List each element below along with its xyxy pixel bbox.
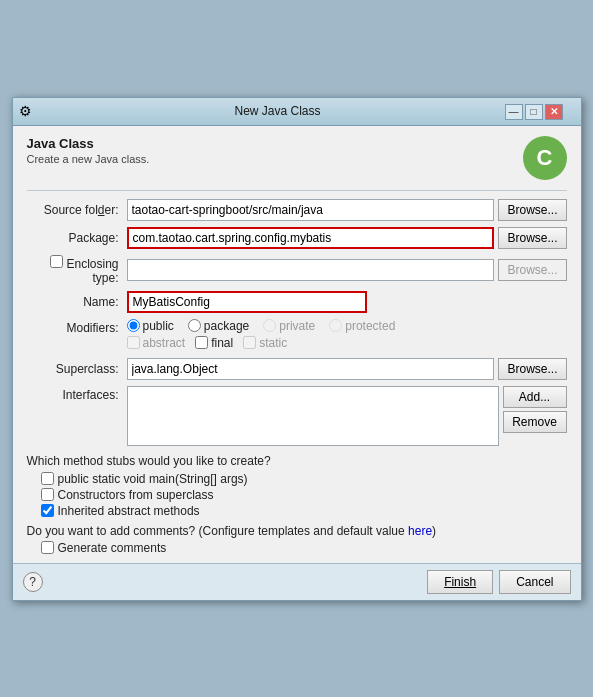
stub-inherited-item: Inherited abstract methods — [41, 504, 567, 518]
modifier-final-item[interactable]: final — [195, 336, 233, 350]
stub-constructors-item: Constructors from superclass — [41, 488, 567, 502]
modifier-static-item[interactable]: static — [243, 336, 287, 350]
window-icon: ⚙ — [19, 103, 35, 119]
modifier-public-item[interactable]: public — [127, 319, 174, 333]
modifier-package-item[interactable]: package — [188, 319, 249, 333]
interfaces-label: Interfaces: — [27, 386, 127, 402]
finish-label: Finish — [444, 575, 476, 589]
interfaces-listbox[interactable] — [127, 386, 499, 446]
stub-main-item: public static void main(String[] args) — [41, 472, 567, 486]
stub-constructors-label: Constructors from superclass — [58, 488, 214, 502]
name-row: Name: — [27, 291, 567, 313]
superclass-label: Superclass: — [27, 362, 127, 376]
modifier-abstract-checkbox[interactable] — [127, 336, 140, 349]
modifiers-row: Modifiers: public package private — [27, 319, 567, 350]
modifier-public-label: public — [143, 319, 174, 333]
package-browse-button[interactable]: Browse... — [498, 227, 566, 249]
superclass-input[interactable] — [127, 358, 495, 380]
enclosing-type-input[interactable] — [127, 259, 495, 281]
header-divider — [27, 190, 567, 191]
enclosing-type-browse-button[interactable]: Browse... — [498, 259, 566, 281]
modifier-package-label: package — [204, 319, 249, 333]
header-text: Java Class Create a new Java class. — [27, 136, 150, 165]
stub-main-checkbox[interactable] — [41, 472, 54, 485]
modifier-final-checkbox[interactable] — [195, 336, 208, 349]
modifier-private-radio[interactable] — [263, 319, 276, 332]
modifiers-content: public package private protected — [127, 319, 567, 350]
stub-inherited-label: Inherited abstract methods — [58, 504, 200, 518]
modifier-protected-item[interactable]: protected — [329, 319, 395, 333]
content-area: Java Class Create a new Java class. C So… — [13, 126, 581, 563]
source-folder-label: Source folder: — [27, 203, 127, 217]
spring-logo: C — [523, 136, 567, 180]
comments-prefix: Do you want to add comments? (Configure … — [27, 524, 409, 538]
modifier-private-item[interactable]: private — [263, 319, 315, 333]
modifier-static-checkbox[interactable] — [243, 336, 256, 349]
superclass-row: Superclass: Browse... — [27, 358, 567, 380]
modifier-package-radio[interactable] — [188, 319, 201, 332]
package-input[interactable] — [127, 227, 495, 249]
source-folder-row: Source folder: Browse... — [27, 199, 567, 221]
header-section: Java Class Create a new Java class. C — [27, 136, 567, 180]
source-folder-input[interactable] — [127, 199, 495, 221]
other-modifiers-row: abstract final static — [127, 336, 567, 350]
comments-suffix: ) — [432, 524, 436, 538]
title-bar: ⚙ New Java Class — □ ✕ — [13, 98, 581, 126]
stub-inherited-checkbox[interactable] — [41, 504, 54, 517]
generate-comments-checkbox[interactable] — [41, 541, 54, 554]
remove-interface-button[interactable]: Remove — [503, 411, 567, 433]
interfaces-buttons: Add... Remove — [503, 386, 567, 433]
enclosing-type-row: Enclosing type: Browse... — [27, 255, 567, 285]
modifier-abstract-item[interactable]: abstract — [127, 336, 186, 350]
enclosing-type-checkbox[interactable] — [50, 255, 63, 268]
method-stubs-section: public static void main(String[] args) C… — [41, 472, 567, 518]
access-modifiers-row: public package private protected — [127, 319, 567, 333]
minimize-button[interactable]: — — [505, 104, 523, 120]
maximize-button[interactable]: □ — [525, 104, 543, 120]
name-input[interactable] — [127, 291, 367, 313]
source-folder-browse-button[interactable]: Browse... — [498, 199, 566, 221]
modifier-private-label: private — [279, 319, 315, 333]
superclass-browse-button[interactable]: Browse... — [498, 358, 566, 380]
help-button[interactable]: ? — [23, 572, 43, 592]
generate-comments-label: Generate comments — [58, 541, 167, 555]
main-window: ⚙ New Java Class — □ ✕ Java Class Create… — [12, 97, 582, 601]
comments-link[interactable]: here — [408, 524, 432, 538]
bottom-buttons: Finish Cancel — [427, 570, 570, 594]
modifier-protected-radio[interactable] — [329, 319, 342, 332]
method-stubs-question: Which method stubs would you like to cre… — [27, 454, 567, 468]
enclosing-type-label: Enclosing type: — [27, 255, 127, 285]
comments-question: Do you want to add comments? (Configure … — [27, 524, 567, 538]
modifier-abstract-label: abstract — [143, 336, 186, 350]
finish-button[interactable]: Finish — [427, 570, 493, 594]
window-title: New Java Class — [41, 104, 515, 118]
modifiers-label: Modifiers: — [27, 319, 127, 335]
generate-comment-row: Generate comments — [41, 541, 567, 555]
window-controls: — □ ✕ — [505, 104, 563, 120]
modifier-public-radio[interactable] — [127, 319, 140, 332]
section-subtitle: Create a new Java class. — [27, 153, 150, 165]
section-title: Java Class — [27, 136, 150, 151]
close-button[interactable]: ✕ — [545, 104, 563, 120]
stub-constructors-checkbox[interactable] — [41, 488, 54, 501]
name-label: Name: — [27, 295, 127, 309]
modifier-final-label: final — [211, 336, 233, 350]
stub-main-label: public static void main(String[] args) — [58, 472, 248, 486]
add-interface-button[interactable]: Add... — [503, 386, 567, 408]
package-label: Package: — [27, 231, 127, 245]
interfaces-row: Interfaces: Add... Remove — [27, 386, 567, 446]
cancel-button[interactable]: Cancel — [499, 570, 570, 594]
modifier-static-label: static — [259, 336, 287, 350]
bottom-bar: ? Finish Cancel — [13, 563, 581, 600]
package-row: Package: Browse... — [27, 227, 567, 249]
modifier-protected-label: protected — [345, 319, 395, 333]
